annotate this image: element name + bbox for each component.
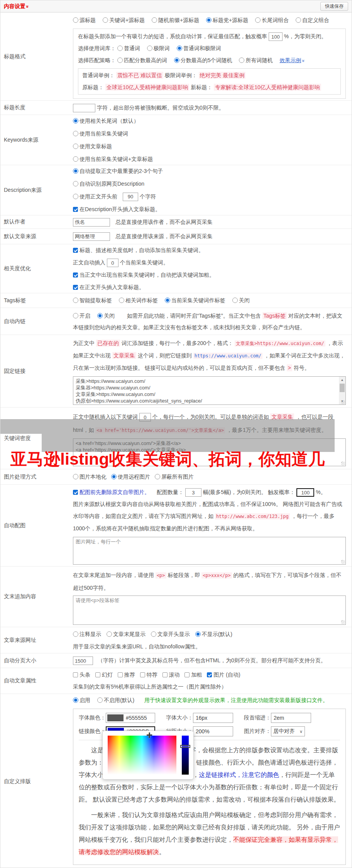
radio-icon[interactable] xyxy=(155,474,160,479)
fixed-link-textarea[interactable]: 采集>https://www.ucaiyun.com/ 采集器>https://… xyxy=(73,376,346,405)
radio-icon[interactable] xyxy=(232,298,238,303)
checkbox-attr-slide[interactable]: 幻灯 xyxy=(95,672,113,678)
checkbox-icon-checked[interactable] xyxy=(73,207,78,212)
radio-clickbait-title[interactable]: 标题党+源标题 xyxy=(206,17,248,23)
radio-icon[interactable] xyxy=(73,181,78,186)
font-size-input[interactable] xyxy=(193,713,233,723)
line-height-input[interactable] xyxy=(193,726,233,736)
radio-icon[interactable] xyxy=(73,144,78,149)
insert-keywords-count-input[interactable] xyxy=(107,259,118,267)
radio-localize-images[interactable]: 图片本地化 xyxy=(73,474,107,480)
radio-article-end-display[interactable]: 文章末尾显示 xyxy=(107,631,146,637)
radio-icon-selected[interactable] xyxy=(195,631,201,637)
radio-icon-selected[interactable] xyxy=(165,298,170,303)
checkbox-icon-checked[interactable] xyxy=(73,285,78,290)
paging-size-input[interactable] xyxy=(73,656,93,665)
radio-icon[interactable] xyxy=(103,17,108,23)
resize-handle-icon[interactable] xyxy=(341,620,345,624)
color-picker-crosshair-icon[interactable]: + xyxy=(146,730,152,741)
checkbox-icon-checked[interactable] xyxy=(73,248,78,253)
radio-icon[interactable] xyxy=(73,194,78,199)
resize-handle-icon[interactable] xyxy=(341,560,345,564)
radio-top5-random[interactable]: 分数最高的5个词随机 xyxy=(174,57,232,63)
description-chars-input[interactable] xyxy=(123,193,138,201)
radio-custom-combo[interactable]: 自定义组合 xyxy=(296,17,329,23)
resize-handle-icon[interactable] xyxy=(341,462,345,465)
image-probability-input[interactable] xyxy=(296,488,314,497)
checkbox-attr-headline[interactable]: 头条 xyxy=(73,672,90,678)
radio-all-random[interactable]: 所有词随机 xyxy=(239,57,272,63)
radio-random-prefix-title[interactable]: 随机前缀+源标题 xyxy=(152,17,199,23)
color-gradient-area[interactable] xyxy=(108,736,176,775)
radio-icon[interactable] xyxy=(117,46,123,51)
image-urls-textarea[interactable] xyxy=(73,537,346,565)
radio-source-title[interactable]: 源标题 xyxy=(73,17,96,23)
radio-keyword-source-title[interactable]: 关键词+源标题 xyxy=(103,17,145,23)
checkbox-insert-title-body[interactable]: 在正文开头插入文章标题。 xyxy=(73,284,144,290)
checkbox-icon[interactable] xyxy=(118,672,123,677)
radio-icon[interactable] xyxy=(107,631,112,637)
checkbox-icon[interactable] xyxy=(162,672,168,677)
image-align-select[interactable]: 居中对齐 ∨ xyxy=(271,726,305,736)
radio-current-keyword-tags[interactable]: 当前采集关键词作标签 xyxy=(165,297,225,303)
checkbox-bold-keywords[interactable]: 当正文中出现当前采集关键词时，自动把该关键词加粗。 xyxy=(73,272,215,278)
scrollbar-thumb[interactable] xyxy=(340,384,345,392)
checkbox-attr-bold[interactable]: 加粗 xyxy=(184,672,202,678)
scroll-up-icon[interactable]: ▲ xyxy=(339,377,345,383)
checkbox-delete-original-images[interactable]: 配图前先删除原文自带图片。 xyxy=(73,489,150,495)
radio-keywords-plus-title[interactable]: 使用当前采集关键词+文章标题 xyxy=(73,156,153,162)
radio-icon-selected[interactable] xyxy=(73,118,78,124)
radio-icon-selected[interactable] xyxy=(97,313,103,318)
checkbox-icon-checked[interactable] xyxy=(73,490,78,495)
radio-related-word-tags[interactable]: 相关词作标签 xyxy=(119,297,158,303)
radio-icon[interactable] xyxy=(73,631,78,637)
effect-example-link[interactable]: 效果示例» xyxy=(279,57,305,63)
radio-article-start-display[interactable]: 文章开头显示 xyxy=(151,631,190,637)
radio-icon[interactable] xyxy=(239,58,244,63)
radio-first-chars[interactable]: 使用正文开头前 xyxy=(73,193,117,200)
color-value-slider[interactable] xyxy=(182,736,189,775)
trigger-probability-input[interactable] xyxy=(269,32,283,41)
radio-longtail-combo[interactable]: 长尾词组合 xyxy=(255,17,289,23)
radio-match-highest[interactable]: 匹配分数最高的词 xyxy=(117,57,167,63)
checkbox-attr-scroll[interactable]: 滚动 xyxy=(162,672,180,678)
radio-icon-selected[interactable] xyxy=(177,46,182,51)
radio-current-keywords[interactable]: 使用当前采集关键词 xyxy=(73,130,128,137)
radio-both-words[interactable]: 普通词和极限词 xyxy=(177,45,221,51)
radio-icon[interactable] xyxy=(73,131,78,136)
radio-icon[interactable] xyxy=(73,298,78,303)
radio-icon-selected[interactable] xyxy=(111,474,117,479)
radio-auto-detect-description[interactable]: 自动识别原网页Description xyxy=(73,181,144,187)
radio-icon-selected[interactable] xyxy=(206,17,212,23)
radio-icon[interactable] xyxy=(117,58,123,63)
checkbox-attr-special[interactable]: 特荐 xyxy=(140,672,157,678)
radio-icon-selected[interactable] xyxy=(174,58,179,63)
color-slider-handle[interactable] xyxy=(180,745,190,748)
image-count-input[interactable] xyxy=(185,488,201,497)
checkbox-icon[interactable] xyxy=(184,672,190,677)
radio-tags-off[interactable]: 关闭 xyxy=(232,297,250,303)
radio-icon[interactable] xyxy=(152,17,157,23)
checkbox-auto-add-keywords[interactable]: 标题、描述相关度低时，自动添加当前采集关键词。 xyxy=(73,247,204,253)
checkbox-insert-title-description[interactable]: 在Description开头插入文章标题。 xyxy=(73,206,161,212)
radio-icon-selected[interactable] xyxy=(73,697,78,703)
radio-remote-images[interactable]: 使用远程图片 xyxy=(111,474,150,480)
radio-smart-tags[interactable]: 智能提取标签 xyxy=(73,297,112,303)
radio-normal-words[interactable]: 普通词 xyxy=(117,45,140,51)
radio-block-images[interactable]: 屏蔽所有图片 xyxy=(155,474,194,480)
title-length-input[interactable] xyxy=(73,104,95,112)
resize-handle-icon[interactable] xyxy=(341,400,345,404)
indent-input[interactable] xyxy=(271,713,311,723)
radio-icon[interactable] xyxy=(151,631,156,637)
chevron-double-down-icon[interactable]: » xyxy=(25,5,30,8)
radio-innerlink-off[interactable]: 关闭 xyxy=(97,313,115,319)
checkbox-attr-image[interactable]: 图片 (自动) xyxy=(207,672,240,678)
radio-innerlink-on[interactable]: 开启 xyxy=(73,313,90,319)
radio-icon-selected[interactable] xyxy=(73,168,78,174)
default-author-input[interactable] xyxy=(73,218,110,227)
radio-icon[interactable] xyxy=(119,298,124,303)
font-color-swatch[interactable] xyxy=(107,714,124,721)
checkbox-icon[interactable] xyxy=(95,672,100,677)
quick-save-button[interactable]: 快速保存 xyxy=(320,2,348,11)
radio-auto-extract-sentences[interactable]: 自动提取正文中最重要的2-3个句子 xyxy=(73,168,163,174)
